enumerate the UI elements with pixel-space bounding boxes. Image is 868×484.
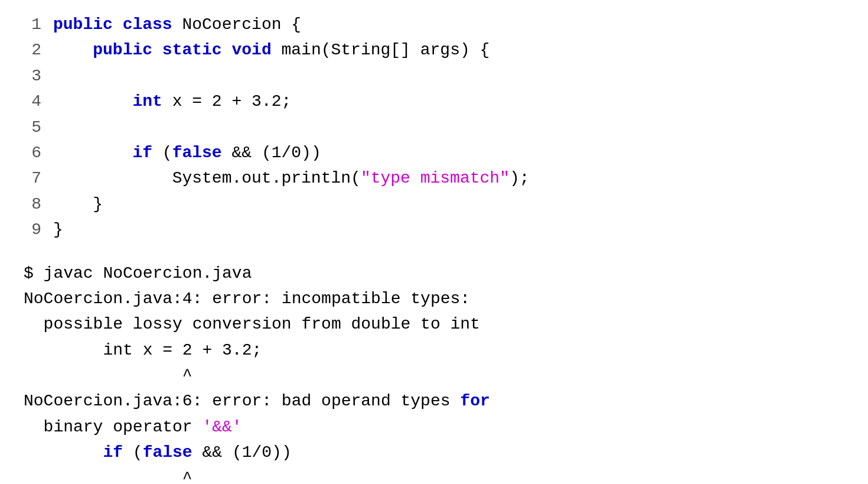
line-number: 8 bbox=[24, 191, 53, 217]
terminal-caret-2: ^ bbox=[24, 466, 844, 484]
terminal-line: if (false && (1/0)) bbox=[24, 440, 844, 465]
code-line-9: 9 } bbox=[24, 217, 844, 242]
line-content: } bbox=[53, 191, 103, 217]
line-content: if (false && (1/0)) bbox=[53, 140, 321, 165]
terminal-line: NoCoercion.java:4: error: incompatible t… bbox=[24, 286, 844, 311]
code-line-6: 6 if (false && (1/0)) bbox=[24, 140, 844, 165]
line-number: 5 bbox=[24, 115, 53, 140]
line-number: 3 bbox=[24, 63, 53, 89]
terminal-line: binary operator '&&' bbox=[24, 414, 844, 440]
line-number: 9 bbox=[24, 217, 53, 242]
terminal-block: $ javac NoCoercion.java NoCoercion.java:… bbox=[24, 261, 844, 484]
terminal-line: possible lossy conversion from double to… bbox=[24, 311, 844, 337]
code-line-8: 8 } bbox=[24, 191, 844, 217]
code-line-7: 7 System.out.println("type mismatch"); bbox=[24, 165, 844, 191]
line-number: 7 bbox=[24, 165, 53, 191]
line-content: } bbox=[53, 217, 63, 242]
line-content: public class NoCoercion { bbox=[53, 12, 301, 37]
line-content: public static void main(String[] args) { bbox=[53, 37, 490, 63]
line-content: System.out.println("type mismatch"); bbox=[53, 165, 530, 191]
line-number: 6 bbox=[24, 140, 53, 165]
terminal-caret-1: ^ bbox=[24, 363, 844, 388]
terminal-line: int x = 2 + 3.2; bbox=[24, 337, 844, 363]
code-line-1: 1 public class NoCoercion { bbox=[24, 12, 844, 37]
line-number: 1 bbox=[24, 12, 53, 37]
line-number: 2 bbox=[24, 37, 53, 63]
terminal-line: $ javac NoCoercion.java bbox=[24, 261, 844, 286]
line-number: 4 bbox=[24, 89, 53, 114]
terminal-line: NoCoercion.java:6: error: bad operand ty… bbox=[24, 388, 844, 414]
code-line-4: 4 int x = 2 + 3.2; bbox=[24, 89, 844, 114]
code-line-2: 2 public static void main(String[] args)… bbox=[24, 37, 844, 63]
line-content: int x = 2 + 3.2; bbox=[53, 89, 291, 114]
code-line-5: 5 bbox=[24, 115, 844, 140]
code-block: 1 public class NoCoercion { 2 public sta… bbox=[24, 12, 844, 243]
code-line-3: 3 bbox=[24, 63, 844, 89]
